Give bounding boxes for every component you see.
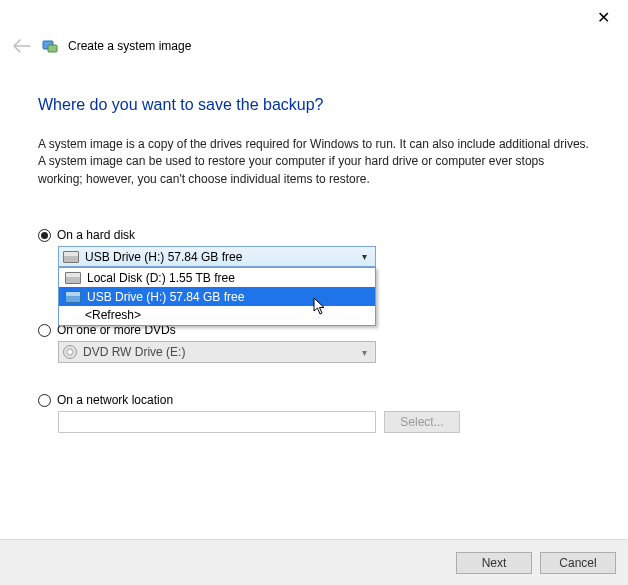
radio-network-label: On a network location	[57, 393, 173, 407]
app-icon	[42, 38, 58, 54]
hard-disk-dropdown: Local Disk (D:) 1.55 TB free USB Drive (…	[58, 267, 376, 326]
drive-icon	[63, 251, 79, 263]
dropdown-item-label: Local Disk (D:) 1.55 TB free	[87, 271, 235, 285]
window-title: Create a system image	[68, 39, 191, 53]
dropdown-item[interactable]: USB Drive (H:) 57.84 GB free	[59, 287, 375, 306]
select-button: Select...	[384, 411, 460, 433]
page-description: A system image is a copy of the drives r…	[38, 136, 590, 188]
dropdown-item-label: USB Drive (H:) 57.84 GB free	[87, 290, 244, 304]
chevron-down-icon: ▾	[356, 344, 372, 360]
radio-dvd[interactable]	[38, 324, 51, 337]
next-button[interactable]: Next	[456, 552, 532, 574]
drive-icon	[65, 272, 81, 284]
network-path-input	[58, 411, 376, 433]
dvd-combo: DVD RW Drive (E:) ▾	[58, 341, 376, 363]
chevron-down-icon: ▾	[356, 249, 372, 264]
footer-bar: Next Cancel	[0, 539, 628, 585]
close-button[interactable]: ✕	[589, 6, 618, 30]
page-heading: Where do you want to save the backup?	[38, 96, 590, 114]
dropdown-item[interactable]: Local Disk (D:) 1.55 TB free	[59, 268, 375, 287]
disc-icon	[63, 345, 77, 359]
radio-hard-disk-label: On a hard disk	[57, 228, 135, 242]
hard-disk-combo-value: USB Drive (H:) 57.84 GB free	[85, 250, 242, 264]
dvd-combo-value: DVD RW Drive (E:)	[83, 345, 185, 359]
svg-rect-1	[48, 45, 57, 52]
radio-hard-disk[interactable]	[38, 229, 51, 242]
dropdown-refresh[interactable]: <Refresh>	[59, 306, 375, 325]
hard-disk-combo[interactable]: USB Drive (H:) 57.84 GB free ▾	[58, 246, 376, 267]
back-arrow-icon	[12, 36, 32, 56]
cancel-button[interactable]: Cancel	[540, 552, 616, 574]
radio-network[interactable]	[38, 394, 51, 407]
drive-icon	[65, 291, 81, 303]
